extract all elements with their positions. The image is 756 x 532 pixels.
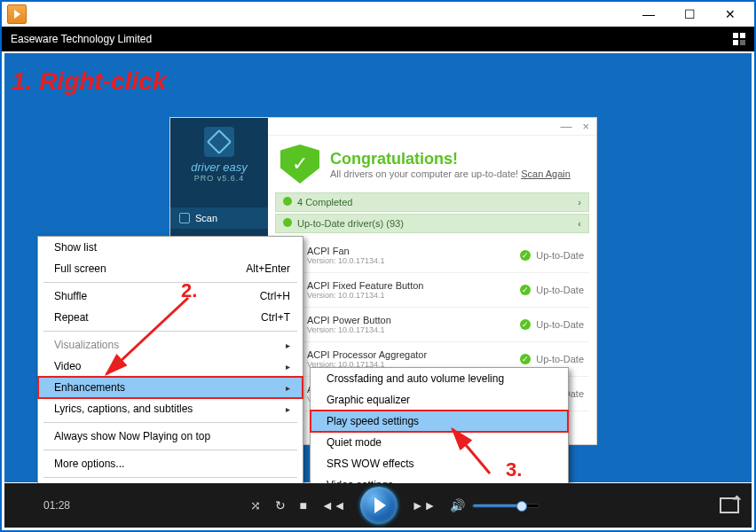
chevron-right-icon: ▸ <box>286 383 290 393</box>
menu-always-top[interactable]: Always show Now Playing on top <box>38 426 303 447</box>
menu-separator <box>43 422 297 423</box>
play-icon <box>14 10 20 19</box>
chevron-right-icon: ▸ <box>286 404 290 414</box>
window-controls: — ☐ ✕ <box>628 2 751 27</box>
scan-label: Scan <box>195 213 217 223</box>
stop-button[interactable]: ■ <box>300 498 307 512</box>
logo-text: driver easy <box>170 160 268 174</box>
scan-icon <box>179 213 190 223</box>
close-button[interactable]: ✕ <box>710 2 751 27</box>
player-controls: 01:28 ⤮ ↻ ■ ◄◄ ►► 🔊 <box>4 483 752 528</box>
driver-row: ACPI Fixed Feature ButtonVersion: 10.0.1… <box>275 273 589 308</box>
previous-button[interactable]: ◄◄ <box>321 498 346 512</box>
play-icon <box>374 497 386 513</box>
menu-repeat[interactable]: RepeatCtrl+T <box>38 307 303 328</box>
submenu-play-speed-settings[interactable]: Play speed settings <box>311 411 568 432</box>
shuffle-button[interactable]: ⤮ <box>250 498 261 512</box>
annotation-step-2: 2. <box>181 279 197 302</box>
de-header: ✓ Congratulations! All drivers on your c… <box>268 136 596 192</box>
de-min-icon: — <box>560 120 571 133</box>
submenu-crossfading[interactable]: Crossfading and auto volume leveling <box>311 368 568 389</box>
repeat-button[interactable]: ↻ <box>275 498 286 512</box>
chevron-right-icon: ▸ <box>286 362 290 372</box>
menu-lyrics[interactable]: Lyrics, captions, and subtitles▸ <box>38 398 303 419</box>
media-title: Easeware Technology Limited <box>11 33 152 45</box>
volume-icon[interactable]: 🔊 <box>450 498 465 512</box>
submenu-graphic-equalizer[interactable]: Graphic equalizer <box>311 389 568 411</box>
play-button[interactable] <box>360 487 398 524</box>
submenu-quiet-mode[interactable]: Quiet mode <box>311 432 568 453</box>
maximize-button[interactable]: ☐ <box>669 2 710 27</box>
logo-sub: PRO v5.6.4 <box>170 174 268 183</box>
driver-easy-topbar: — × <box>268 118 596 136</box>
menu-more-options[interactable]: More options... <box>38 453 303 474</box>
submenu-srs-wow[interactable]: SRS WOW effects <box>311 453 568 474</box>
window-titlebar: — ☐ ✕ <box>2 2 754 27</box>
shield-icon: ✓ <box>280 145 319 184</box>
volume-slider[interactable] <box>472 504 539 508</box>
annotation-right-click: 1. Right-click <box>12 67 166 96</box>
menu-full-screen[interactable]: Full screenAlt+Enter <box>38 258 303 279</box>
now-playing-title-bar: Easeware Technology Limited <box>2 27 754 51</box>
enhancements-submenu: Crossfading and auto volume leveling Gra… <box>310 367 569 497</box>
de-close-icon: × <box>582 120 589 133</box>
view-switch-icon[interactable] <box>733 33 745 45</box>
menu-video[interactable]: Video▸ <box>38 356 303 377</box>
menu-separator <box>43 331 297 332</box>
next-button[interactable]: ►► <box>412 498 437 512</box>
fullscreen-button[interactable] <box>720 497 739 513</box>
context-menu: Show list Full screenAlt+Enter ShuffleCt… <box>37 236 303 503</box>
menu-visualizations: Visualizations▸ <box>38 334 303 356</box>
menu-separator <box>43 450 297 450</box>
scan-nav-item: Scan <box>170 207 268 229</box>
de-header-title: Congratulations! <box>330 150 571 168</box>
driver-row: ACPI FanVersion: 10.0.17134.1✓Up-to-Date <box>275 239 589 273</box>
menu-separator <box>43 477 297 478</box>
status-bar-completed: 4 Completed› <box>275 192 589 212</box>
menu-show-list[interactable]: Show list <box>38 237 303 258</box>
chevron-right-icon: ▸ <box>286 340 290 350</box>
menu-shuffle[interactable]: ShuffleCtrl+H <box>38 286 303 307</box>
driver-row: ACPI Power ButtonVersion: 10.0.17134.1✓U… <box>275 308 589 342</box>
annotation-step-3: 3. <box>506 458 522 481</box>
menu-separator <box>43 282 297 283</box>
driver-easy-logo: driver easy PRO v5.6.4 <box>170 118 268 192</box>
titlebar-left <box>5 4 27 24</box>
menu-enhancements[interactable]: Enhancements▸ <box>38 377 303 398</box>
elapsed-time: 01:28 <box>17 499 70 512</box>
minimize-button[interactable]: — <box>628 2 669 27</box>
de-header-sub: All drivers on your computer are up-to-d… <box>330 168 571 179</box>
status-bar-uptodate: Up-to-Date driver(s) (93)‹ <box>275 214 589 233</box>
app-icon <box>7 4 27 24</box>
